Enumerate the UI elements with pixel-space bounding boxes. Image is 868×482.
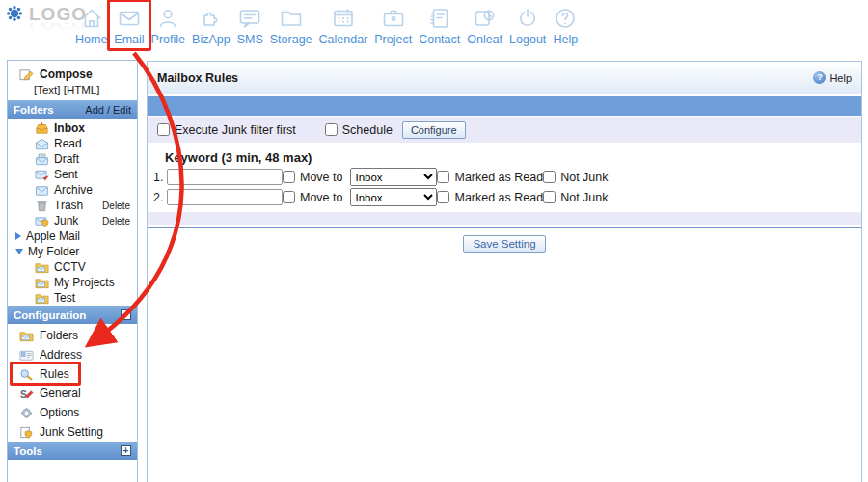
sidebar-item-label: Junk Setting — [40, 425, 103, 439]
help-label: Help — [829, 72, 852, 84]
nav-item-project[interactable]: Project — [374, 6, 412, 46]
nav-item-help[interactable]: Help — [553, 6, 578, 46]
rule-row-1: 1. Move to Inbox Marked as Read Not Junk — [153, 168, 861, 186]
nav-item-logout[interactable]: Logout — [509, 6, 546, 46]
move-to-checkbox-1[interactable] — [283, 171, 295, 183]
sidebar-item-label: Sent — [54, 168, 78, 181]
nav-item-storage[interactable]: Storage — [270, 6, 312, 46]
sidebar-item-cctv[interactable]: CCTV — [8, 259, 137, 275]
compose-icon — [19, 68, 34, 81]
sidebar-item-trash[interactable]: Trash Delete — [8, 198, 137, 213]
move-to-folder-select-1[interactable]: Inbox — [350, 168, 437, 186]
move-to-label[interactable]: Move to — [300, 191, 342, 204]
sidebar-item-my-folder[interactable]: My Folder — [8, 244, 137, 259]
nav-item-contact[interactable]: Contact — [419, 6, 460, 46]
draft-envelope-icon — [35, 153, 49, 166]
sidebar-item-label: Rules — [40, 367, 69, 381]
configure-button[interactable]: Configure — [402, 121, 466, 139]
keyword-input-1[interactable] — [167, 169, 283, 185]
compose-button[interactable]: Compose — [8, 61, 137, 83]
collapse-toggle-icon[interactable]: − — [121, 309, 131, 320]
sidebar-item-junk[interactable]: Junk Delete — [8, 213, 137, 228]
options-gear-icon — [19, 407, 34, 419]
calendar-icon — [331, 6, 356, 31]
sidebar-item-archive[interactable]: Archive — [8, 182, 137, 198]
schedule-label[interactable]: Schedule — [342, 123, 393, 137]
email-icon — [117, 6, 142, 31]
nav-label: Storage — [270, 33, 312, 46]
delete-trash-link[interactable]: Delete — [102, 201, 130, 211]
nav-item-profile[interactable]: Profile — [151, 6, 185, 46]
nav-item-bizapp[interactable]: BizApp — [192, 6, 231, 46]
lavender-band — [148, 212, 861, 225]
add-edit-link[interactable]: Add / Edit — [85, 104, 131, 116]
sidebar-item-address[interactable]: Address — [8, 345, 137, 364]
marked-as-read-label[interactable]: Marked as Read — [454, 171, 543, 184]
not-junk-label[interactable]: Not Junk — [560, 171, 608, 184]
folder-list: Inbox Read Draft Sent — [8, 119, 137, 306]
nav-item-calendar[interactable]: Calendar — [319, 6, 368, 46]
delete-junk-link[interactable]: Delete — [102, 216, 130, 227]
sidebar-item-test[interactable]: Test — [8, 290, 137, 306]
schedule-checkbox[interactable] — [325, 123, 338, 136]
not-junk-checkbox-2[interactable] — [543, 191, 556, 203]
power-icon — [515, 6, 540, 31]
sidebar-item-label: My Folder — [28, 245, 79, 258]
sidebar-item-inbox[interactable]: Inbox — [8, 120, 137, 136]
nav-item-home[interactable]: Home — [75, 6, 107, 46]
sidebar-item-my-projects[interactable]: My Projects — [8, 275, 137, 290]
sidebar-item-label: CCTV — [54, 260, 86, 274]
move-to-label[interactable]: Move to — [300, 171, 342, 184]
expanded-arrow-icon[interactable] — [15, 249, 23, 254]
sidebar-item-label: Inbox — [54, 121, 85, 135]
execute-junk-filter-label[interactable]: Execute Junk filter first — [175, 123, 296, 137]
help-icon: ? — [813, 71, 826, 84]
not-junk-label[interactable]: Not Junk — [560, 191, 608, 204]
expand-toggle-icon[interactable]: + — [121, 445, 131, 456]
folders-section-header: Folders Add / Edit — [8, 100, 137, 119]
nav-item-onleaf[interactable]: Onleaf — [467, 6, 502, 46]
sidebar-item-label: Address — [40, 348, 82, 362]
nav-label: Calendar — [319, 33, 368, 46]
sent-envelope-icon — [35, 169, 49, 181]
marked-as-read-checkbox-1[interactable] — [437, 171, 449, 183]
address-card-icon — [19, 349, 34, 362]
sidebar-item-sent[interactable]: Sent — [8, 167, 137, 182]
not-junk-checkbox-1[interactable] — [543, 171, 556, 183]
folder-mail-icon — [35, 292, 49, 305]
marked-as-read-checkbox-2[interactable] — [437, 191, 449, 203]
sidebar-item-general[interactable]: S General — [8, 384, 137, 403]
sidebar-item-draft[interactable]: Draft — [8, 151, 137, 167]
save-setting-button[interactable]: Save Setting — [463, 235, 545, 253]
nav-label: BizApp — [192, 33, 231, 46]
help-link[interactable]: ? Help — [813, 71, 852, 84]
top-navigation: LOGO LOGO Home Email Profile — [0, 0, 868, 58]
filter-row: Execute Junk filter first Schedule Confi… — [148, 117, 861, 143]
sidebar-item-junk-setting[interactable]: Junk Setting — [8, 422, 137, 442]
sidebar-item-rules[interactable]: Rules — [8, 364, 137, 384]
sidebar-item-config-folders[interactable]: Folders — [8, 326, 137, 345]
open-envelope-icon — [35, 138, 49, 150]
nav-item-email[interactable]: Email — [114, 6, 144, 46]
section-divider-bar — [148, 96, 861, 116]
nav-item-sms[interactable]: SMS — [237, 6, 263, 46]
sidebar-item-read[interactable]: Read — [8, 136, 137, 151]
move-to-checkbox-2[interactable] — [283, 191, 295, 203]
rule-row-2: 2. Move to Inbox Marked as Read Not Junk — [153, 188, 861, 206]
sidebar-item-label: General — [40, 387, 81, 400]
keyword-input-2[interactable] — [167, 189, 283, 205]
move-to-folder-select-2[interactable]: Inbox — [350, 188, 437, 206]
tools-section-header: Tools + — [8, 442, 137, 460]
text-mode-link[interactable]: [Text] — [34, 84, 60, 95]
sidebar-item-options[interactable]: Options — [8, 403, 137, 422]
folder-mail-icon — [19, 330, 34, 342]
sidebar-item-apple-mail[interactable]: Apple Mail — [8, 228, 137, 244]
folders-section-title: Folders — [14, 104, 54, 116]
svg-text:S: S — [20, 388, 27, 399]
marked-as-read-label[interactable]: Marked as Read — [454, 191, 543, 204]
nav-label: Home — [75, 33, 107, 46]
html-mode-link[interactable]: [HTML] — [64, 84, 100, 95]
execute-junk-filter-checkbox[interactable] — [157, 123, 170, 136]
collapsed-arrow-icon[interactable] — [15, 232, 21, 240]
trash-icon — [35, 200, 49, 212]
